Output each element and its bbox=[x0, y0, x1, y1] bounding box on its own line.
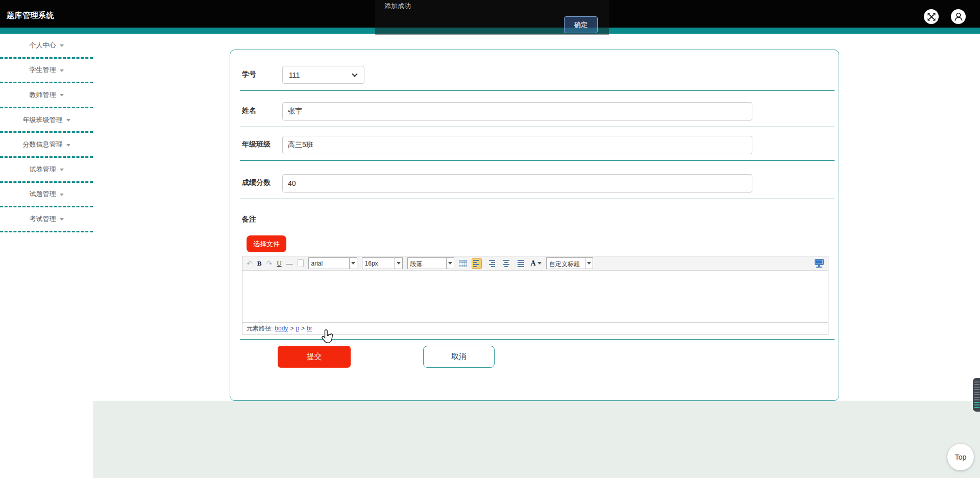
success-dialog: 添加成功 确定 bbox=[375, 0, 609, 35]
score-input[interactable] bbox=[282, 174, 752, 193]
remark-label: 备注 bbox=[242, 215, 256, 224]
grade-class-label: 年级班级 bbox=[242, 140, 271, 149]
sidebar-item-label: 考试管理 bbox=[30, 214, 56, 224]
sidebar-item-student-management[interactable]: 学生管理 bbox=[0, 59, 93, 84]
sidebar-item-label: 年级班级管理 bbox=[23, 115, 63, 125]
submit-button[interactable]: 提交 bbox=[278, 346, 351, 368]
row-divider bbox=[240, 160, 835, 161]
dialog-ok-button[interactable]: 确定 bbox=[564, 16, 598, 33]
align-right-button[interactable] bbox=[486, 258, 497, 269]
page: 题库管理系统 添加成功 确定 个人中心 bbox=[0, 0, 980, 478]
paragraph-format-value: 段落 bbox=[408, 258, 446, 269]
paragraph-format-select[interactable]: 段落 bbox=[407, 257, 454, 269]
row-divider bbox=[240, 127, 835, 127]
path-separator: > bbox=[301, 325, 305, 332]
form-panel: 学号 111 姓名 年级班级 成绩分数 备注 选择文件 ↶ B ↷ U — bbox=[230, 50, 839, 401]
undo-icon[interactable]: ↶ bbox=[247, 260, 253, 267]
custom-heading-value: 自定义标题 bbox=[547, 258, 585, 269]
custom-heading-select[interactable]: 自定义标题 bbox=[546, 257, 593, 269]
dropdown-arrow-icon bbox=[349, 258, 357, 269]
element-path-label: 元素路径: bbox=[247, 324, 273, 333]
student-id-label: 学号 bbox=[242, 70, 256, 79]
grip-lines-teal-icon bbox=[974, 402, 979, 409]
path-link-body[interactable]: body bbox=[275, 325, 288, 332]
sidebar-item-personal-center[interactable]: 个人中心 bbox=[0, 34, 93, 59]
new-page-icon[interactable] bbox=[298, 259, 304, 267]
user-icon bbox=[951, 10, 966, 24]
path-separator: > bbox=[290, 325, 293, 332]
chevron-down-icon bbox=[66, 119, 70, 122]
font-color-button[interactable]: A bbox=[531, 259, 542, 268]
back-to-top-label: Top bbox=[955, 453, 967, 461]
redo-icon[interactable]: ↷ bbox=[266, 260, 272, 267]
dropdown-arrow-icon bbox=[446, 258, 454, 269]
path-link-p[interactable]: p bbox=[296, 325, 299, 332]
dropdown-arrow-icon bbox=[585, 258, 593, 269]
chevron-down-icon bbox=[352, 71, 357, 77]
dropdown-arrow-icon bbox=[395, 258, 402, 269]
chevron-down-icon bbox=[60, 44, 64, 47]
row-divider bbox=[240, 339, 835, 340]
sidebar-item-exam-management[interactable]: 考试管理 bbox=[0, 207, 93, 232]
align-left-button[interactable] bbox=[472, 258, 482, 269]
footer-area bbox=[93, 401, 980, 478]
fullscreen-button[interactable] bbox=[924, 9, 939, 24]
font-family-value: arial bbox=[309, 258, 349, 269]
editor-status-bar: 元素路径: body > p > br bbox=[242, 322, 828, 334]
user-avatar-button[interactable] bbox=[951, 9, 966, 24]
align-center-button[interactable] bbox=[501, 258, 511, 269]
sidebar-item-exam-paper-management[interactable]: 试卷管理 bbox=[0, 158, 93, 183]
underline-button[interactable]: U bbox=[277, 260, 281, 267]
student-id-select[interactable]: 111 bbox=[282, 66, 364, 84]
sidebar-item-label: 分数信息管理 bbox=[23, 140, 63, 149]
choose-file-button[interactable]: 选择文件 bbox=[247, 235, 286, 252]
bold-button[interactable]: B bbox=[257, 260, 262, 267]
back-to-top-button[interactable]: Top bbox=[947, 444, 974, 470]
chevron-down-icon bbox=[60, 218, 64, 221]
student-id-value: 111 bbox=[283, 71, 353, 79]
sidebar: 个人中心 学生管理 教师管理 年级班级管理 分数信息管理 试卷管理 bbox=[0, 34, 93, 232]
scrollbar-thumb[interactable] bbox=[973, 378, 980, 412]
path-link-br[interactable]: br bbox=[307, 325, 312, 332]
sidebar-item-score-info-management[interactable]: 分数信息管理 bbox=[0, 133, 93, 158]
chevron-down-icon bbox=[60, 94, 64, 97]
editor-toolbar: ↶ B ↷ U — arial 16px 段落 bbox=[242, 256, 828, 271]
font-size-select[interactable]: 16px bbox=[362, 257, 403, 269]
editor-content-area[interactable] bbox=[242, 271, 828, 322]
font-size-value: 16px bbox=[362, 258, 395, 269]
row-divider bbox=[240, 199, 835, 199]
fullscreen-expand-icon bbox=[924, 10, 939, 24]
chevron-down-icon bbox=[60, 194, 64, 196]
grade-class-input[interactable] bbox=[282, 136, 752, 154]
sidebar-item-teacher-management[interactable]: 教师管理 bbox=[0, 83, 93, 108]
sidebar-item-label: 试题管理 bbox=[30, 189, 56, 199]
grip-lines-icon bbox=[974, 381, 979, 401]
chevron-down-icon bbox=[66, 144, 70, 147]
app-title: 题库管理系统 bbox=[7, 0, 54, 28]
chevron-down-icon bbox=[60, 169, 64, 171]
sidebar-item-question-management[interactable]: 试题管理 bbox=[0, 183, 93, 208]
score-label: 成绩分数 bbox=[242, 178, 271, 187]
font-color-label: A bbox=[531, 259, 536, 268]
insert-table-icon[interactable] bbox=[459, 260, 467, 267]
chevron-down-icon bbox=[60, 69, 64, 72]
cancel-button[interactable]: 取消 bbox=[423, 346, 495, 368]
justify-button[interactable] bbox=[516, 258, 526, 269]
dropdown-arrow-icon bbox=[537, 262, 542, 265]
name-input[interactable] bbox=[282, 102, 752, 121]
sidebar-item-grade-class-management[interactable]: 年级班级管理 bbox=[0, 108, 93, 133]
sidebar-item-label: 学生管理 bbox=[30, 65, 56, 75]
sidebar-item-label: 个人中心 bbox=[30, 41, 56, 50]
row-divider bbox=[240, 90, 835, 91]
sidebar-item-label: 教师管理 bbox=[30, 90, 56, 100]
font-family-select[interactable]: arial bbox=[308, 257, 357, 269]
rich-text-editor: ↶ B ↷ U — arial 16px 段落 bbox=[242, 256, 828, 334]
horizontal-rule-button[interactable]: — bbox=[286, 260, 293, 267]
fullscreen-editor-icon[interactable] bbox=[815, 259, 824, 268]
sidebar-item-label: 试卷管理 bbox=[30, 165, 56, 174]
success-message: 添加成功 bbox=[384, 2, 411, 11]
name-label: 姓名 bbox=[242, 106, 256, 115]
